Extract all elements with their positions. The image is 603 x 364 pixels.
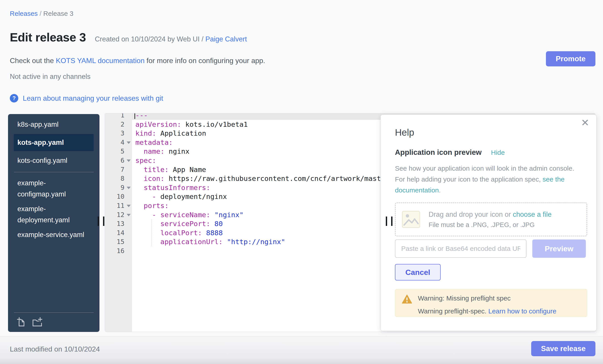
icon-dropzone[interactable]: Drag and drop your icon or choose a file… [395,202,587,236]
section-description: See how your application icon will look … [395,163,584,196]
add-file-icon[interactable] [16,317,27,327]
git-help-link[interactable]: ? Learn about managing your releases wit… [10,94,163,102]
line-number-3: 3 [105,129,132,138]
fold-arrow-icon[interactable] [127,142,131,144]
edit-release-page: Releases / Release 3 Edit release 3 Crea… [0,0,603,364]
file-label: example-configmap.yaml [17,177,84,200]
breadcrumb: Releases / Release 3 [10,10,73,17]
created-text: Created on 10/10/2024 by Web UI / [95,35,205,43]
sidebar-file-example-deployment.yaml[interactable]: example-deployment.yaml [8,203,99,226]
file-label: kots-app.yaml [17,137,84,148]
warning-detail: Warning preflight-spec. [418,308,488,315]
line-number-7: 7 [105,165,132,174]
line-number-4: 4 [105,138,132,147]
line-number-10: 10 [105,192,132,201]
choose-file-link[interactable]: choose a file [513,210,552,218]
line-number-6: 6 [105,156,132,165]
save-release-button[interactable]: Save release [531,341,595,356]
line-number-8: 8 [105,174,132,183]
dropzone-filetypes: File must be a .PNG, .JPEG, or .JPG [429,221,552,229]
warning-triangle-icon [402,295,412,304]
image-placeholder-icon [402,211,420,228]
fold-arrow-icon[interactable] [127,187,131,189]
line-number-1: 1 [105,113,132,120]
icon-preview-section-header: Application icon preview Hide [395,148,505,157]
question-icon: ? [10,94,18,102]
line-number-9: 9 [105,183,132,192]
add-folder-icon[interactable] [32,317,42,327]
promote-button[interactable]: Promote [546,51,595,66]
cancel-button[interactable]: Cancel [395,264,441,280]
docs-text-after: for more info on configuring your app. [144,56,265,65]
warning-text: Warning: Missing preflight spec Warning … [418,295,557,315]
dropzone-text: Drag and drop your icon or choose a file… [429,210,552,229]
line-number-5: 5 [105,147,132,156]
sidebar-file-example-configmap.yaml[interactable]: example-configmap.yaml [8,177,99,200]
help-panel-title: Help [395,127,414,138]
file-tree-sidebar: k8s-app.yamlkots-app.yamlkots-config.yam… [8,114,99,332]
icon-url-input[interactable] [395,240,526,258]
last-modified-text: Last modified on 10/10/2024 [10,345,100,353]
warning-title: Warning: Missing preflight spec [418,295,557,302]
line-number-12: 12 [105,210,132,220]
section-title: Application icon preview [395,148,482,157]
line-number-2: 2 [105,120,132,129]
help-panel-resize-handle-bar[interactable] [386,217,387,226]
git-link-label: Learn about managing your releases with … [23,94,163,102]
file-label: kots-config.yaml [17,155,84,166]
fold-arrow-icon[interactable] [127,214,131,216]
fold-arrow-icon[interactable] [127,159,131,162]
docs-text-before: Check out the [10,56,56,65]
line-number-14: 14 [105,228,132,237]
help-panel-resize-handle-bar[interactable] [391,217,393,226]
close-icon[interactable]: ✕ [581,118,589,128]
hide-link[interactable]: Hide [491,149,505,156]
breadcrumb-separator: / [38,10,43,17]
sidebar-file-kots-config.yaml[interactable]: kots-config.yaml [8,155,99,166]
title-row: Edit release 3 Created on 10/10/2024 by … [10,30,247,44]
footer-bar: Last modified on 10/10/2024 Save release [0,336,603,364]
sidebar-divider [14,172,94,172]
created-by-link[interactable]: Paige Calvert [205,35,247,43]
file-label: example-deployment.yaml [17,203,84,226]
icon-url-row: Preview [395,240,586,258]
file-label: example-service.yaml [17,229,84,240]
line-number-15: 15 [105,237,132,246]
text-cursor [134,113,135,119]
breadcrumb-current: Release 3 [43,10,73,17]
breadcrumb-releases-link[interactable]: Releases [10,10,38,17]
line-number-13: 13 [105,219,132,228]
help-panel: ✕ Help Application icon preview Hide See… [381,114,597,331]
channel-status: Not active in any channels [10,73,91,81]
sidebar-file-kots-app.yaml[interactable]: kots-app.yaml [14,134,94,151]
line-number-16: 16 [105,246,132,255]
sidebar-actions [14,312,94,328]
warning-banner: Warning: Missing preflight spec Warning … [395,289,587,317]
line-number-11: 11 [105,201,132,210]
fold-arrow-icon[interactable] [127,205,131,207]
indent-guide [151,219,152,246]
file-label: k8s-app.yaml [17,119,84,130]
preview-button[interactable]: Preview [532,240,586,258]
description-period: . [439,187,441,194]
page-title: Edit release 3 [10,30,86,44]
sidebar-file-k8s-app.yaml[interactable]: k8s-app.yaml [8,119,99,130]
created-meta: Created on 10/10/2024 by Web UI / Paige … [95,35,247,43]
sidebar-resize-handle-bar[interactable] [98,217,99,226]
docs-line: Check out the KOTS YAML documentation fo… [10,56,265,65]
dropzone-label: Drag and drop your icon or [429,210,513,218]
sidebar-file-example-service.yaml[interactable]: example-service.yaml [8,229,99,240]
kots-yaml-docs-link[interactable]: KOTS YAML documentation [56,56,144,65]
learn-how-to-configure-link[interactable]: Learn how to configure [488,308,557,315]
sidebar-resize-handle-bar[interactable] [103,217,104,226]
